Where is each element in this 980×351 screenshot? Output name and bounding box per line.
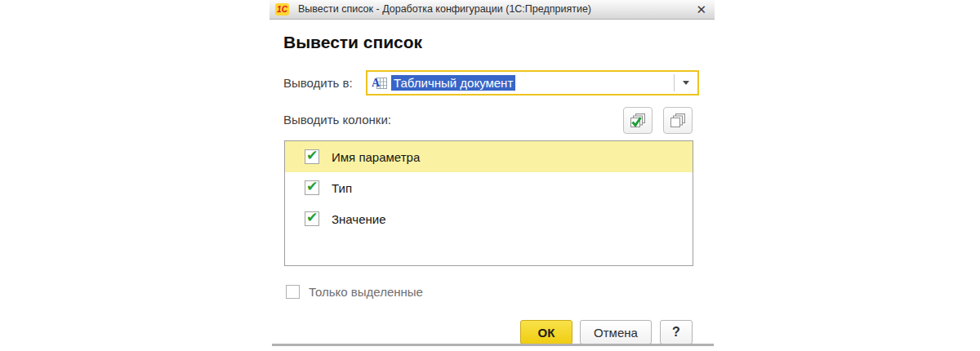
columns-listbox[interactable]: Имя параметра Тип Значение xyxy=(284,140,693,266)
dialog-bottom-border xyxy=(272,344,714,346)
chevron-down-icon xyxy=(683,81,689,85)
only-selected-checkbox[interactable]: Только выделенные xyxy=(286,285,423,299)
checkbox-icon[interactable] xyxy=(305,180,319,195)
list-item[interactable]: Имя параметра xyxy=(285,141,693,172)
checkbox-icon[interactable] xyxy=(305,149,319,164)
uncheck-all-button[interactable] xyxy=(663,107,693,134)
1c-logo-icon: 1С xyxy=(275,3,289,16)
close-icon[interactable]: ✕ xyxy=(696,2,706,17)
checkbox-icon[interactable] xyxy=(305,211,319,226)
list-item[interactable]: Значение xyxy=(285,203,693,234)
checkbox-icon[interactable] xyxy=(286,285,300,299)
list-item-label: Имя параметра xyxy=(332,150,420,164)
desktop-canvas: 1С Вывести список - Доработка конфигурац… xyxy=(0,0,980,351)
uncheck-all-icon xyxy=(669,113,687,129)
output-to-combobox[interactable]: А Табличный документ xyxy=(366,70,699,96)
output-to-value: Табличный документ xyxy=(391,75,515,91)
only-selected-label: Только выделенные xyxy=(309,285,423,299)
spreadsheet-document-icon: А xyxy=(372,75,388,91)
page-title: Вывести список xyxy=(283,33,422,52)
check-all-icon xyxy=(629,113,647,129)
check-all-button[interactable] xyxy=(623,107,653,134)
columns-label: Выводить колонки: xyxy=(283,113,391,127)
titlebar[interactable]: 1С Вывести список - Доработка конфигурац… xyxy=(270,0,715,20)
cancel-button[interactable]: Отмена xyxy=(580,320,652,344)
combo-dropdown-button[interactable] xyxy=(675,72,697,94)
svg-text:А: А xyxy=(372,77,381,89)
list-item-label: Тип xyxy=(332,181,352,195)
window-title: Вывести список - Доработка конфигурации … xyxy=(298,3,591,15)
dialog-print-list: 1С Вывести список - Доработка конфигурац… xyxy=(270,0,715,346)
ok-button[interactable]: ОК xyxy=(520,320,572,344)
list-item[interactable]: Тип xyxy=(285,172,693,203)
list-item-label: Значение xyxy=(332,212,386,226)
output-to-label: Выводить в: xyxy=(283,76,353,90)
help-button[interactable]: ? xyxy=(660,320,693,344)
